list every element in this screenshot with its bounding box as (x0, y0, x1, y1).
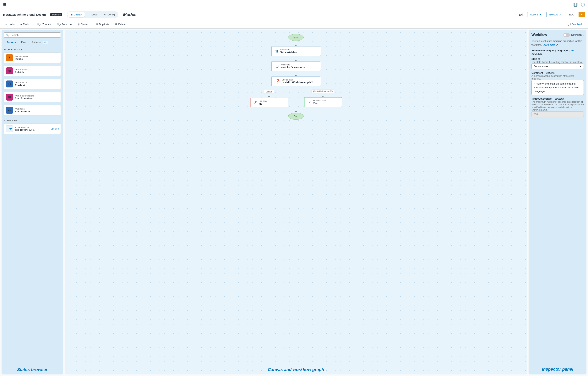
lambda-name-label: Invoke (15, 57, 28, 60)
zoom-out-button[interactable]: 🔍- Zoom out (55, 22, 75, 27)
redo-button[interactable]: ↪ Redo (18, 22, 31, 27)
states-browser-label: States browser (4, 365, 61, 372)
ecs-info: Amazon ECS RunTask (15, 81, 28, 87)
start-at-select[interactable]: Set variables ▼ (532, 64, 584, 69)
zoom-in-button[interactable]: 🔍+ Zoom in (34, 22, 54, 27)
modes-label: Modes (123, 12, 136, 17)
save-button[interactable]: Save (566, 12, 577, 17)
http-action-item[interactable]: →API HTTP Endpoint Call HTTPS APIs Updat… (4, 124, 61, 134)
ecs-name-label: RunTask (15, 84, 28, 87)
tab-flow[interactable]: Flow (19, 40, 29, 45)
wait-icon: ⏱ (275, 64, 279, 68)
timeout-desc: The maximum number of seconds an executi… (532, 101, 584, 111)
timeout-optional-label: – optional (553, 97, 564, 100)
sfn-service-label: AWS Step Functions (15, 95, 34, 97)
undo-button[interactable]: ↩ Undo (3, 22, 17, 27)
default-label: Default (264, 90, 274, 93)
wait-node-info: Wait state Wait for X seconds (281, 64, 305, 69)
modes-tabs: ⊞ Design {} Code ⚙ Config (67, 11, 118, 18)
http-info: HTTP Endpoint Call HTTPS APIs (15, 126, 34, 131)
succeed-node-info: Succeed state Yes (313, 99, 326, 105)
tab-code[interactable]: {} Code (85, 12, 101, 17)
sfn-info: AWS Step Functions StartExecution (15, 95, 34, 100)
timeout-input[interactable]: 600 (532, 111, 584, 117)
definition-toggle[interactable] (563, 33, 570, 37)
patterns-info-badge: Info (43, 41, 48, 44)
execute-button[interactable]: Execute ↗ (546, 12, 564, 17)
top-bar: ☰ ℹ️ 🕐 (0, 0, 588, 9)
glue-icon: ⊷ (6, 107, 13, 114)
query-info-icon[interactable]: | (569, 49, 569, 52)
chevron-right-icon[interactable]: › (583, 33, 584, 36)
main-layout: 🔍 Actions Flow Patterns Info MOST POPULA… (0, 29, 588, 376)
pass-icon: ⇅ (275, 49, 279, 54)
states-browser-panel: 🔍 Actions Flow Patterns Info MOST POPULA… (1, 30, 63, 375)
tab-design[interactable]: ⊞ Design (67, 12, 85, 17)
feedback-button[interactable]: 💬 Feedback (565, 22, 585, 27)
inspector-panel: Workflow Definition › The top level stat… (529, 30, 587, 375)
choice-state-node[interactable]: ❓ Choice state Is Hello World example? (271, 76, 321, 86)
fail-state-node[interactable]: ✗ Fail state No (250, 98, 288, 107)
http-icon: →API (6, 125, 13, 132)
canvas: Start ⇅ Pass state Set variables (65, 30, 527, 375)
header-actions: Exit Actions ▼ Execute ↗ Save ▼ (517, 12, 585, 17)
tab-actions[interactable]: Actions (4, 40, 19, 45)
sfn-name-label: StartExecution (15, 97, 34, 100)
search-icon: 🔍 (6, 33, 9, 36)
tab-config[interactable]: ⚙ Config (101, 12, 118, 17)
inspector-panel-label: Inspector panel (532, 363, 584, 372)
delete-button[interactable]: 🗑 Delete (113, 22, 128, 27)
glue-action-item[interactable]: ⊷ AWS Glue StartJobRun (4, 105, 61, 115)
definition-toggle-area: Definition › (563, 33, 584, 37)
center-button[interactable]: ◎ Center (75, 22, 91, 27)
wait-state-node[interactable]: ⏱ Wait state Wait for X seconds (271, 61, 321, 71)
info-link[interactable]: Info (571, 49, 575, 52)
panel-tabs: Actions Flow Patterns Info (4, 40, 61, 45)
lambda-action-item[interactable]: λ AWS Lambda Invoke (4, 53, 61, 63)
choice-icon: ❓ (275, 79, 280, 84)
exit-button[interactable]: Exit (517, 12, 526, 17)
query-language-value: JSONata (532, 52, 584, 55)
comment-textarea[interactable]: A Hello World example demonstrating vari… (532, 80, 584, 95)
canvas-content: Start ⇅ Pass state Set variables (65, 30, 527, 365)
http-name-label: Call HTTPS APIs (15, 129, 34, 131)
sfn-icon: ⊞ (6, 94, 13, 101)
ecs-action-item[interactable]: ⬡ Amazon ECS RunTask (4, 79, 61, 89)
glue-service-label: AWS Glue (15, 108, 30, 110)
ecs-service-label: Amazon ECS (15, 81, 28, 84)
timeout-field: TimeoutSeconds – optional The maximum nu… (532, 97, 584, 117)
right-panel-header: Workflow Definition › (532, 33, 584, 37)
fail-node-info: Fail state No (259, 100, 268, 105)
toolbar: ↩ Undo ↪ Redo 🔍+ Zoom in 🔍- Zoom out ◎ C… (0, 20, 588, 29)
select-chevron-icon: ▼ (579, 65, 582, 68)
workflow-title: Workflow (532, 33, 547, 37)
pass-node-info: Pass state Set variables (280, 48, 297, 54)
learn-more-link[interactable]: Learn more ↗ (543, 43, 558, 46)
sfn-action-item[interactable]: ⊞ AWS Step Functions StartExecution (4, 92, 61, 102)
duplicate-button[interactable]: ⧉ Duplicate (94, 22, 112, 27)
start-node[interactable]: Start (288, 34, 304, 41)
header-bar: MyStateMachine-Visual-Design Standard ⊞ … (0, 9, 588, 20)
hamburger-icon[interactable]: ☰ (3, 2, 6, 7)
glue-name-label: StartJobRun (15, 110, 30, 113)
tab-patterns[interactable]: Patterns Info (29, 40, 51, 45)
lambda-icon: λ (6, 54, 13, 61)
succeed-state-node[interactable]: ✓ Succeed state Yes (304, 97, 342, 107)
end-node[interactable]: End (288, 113, 304, 120)
standard-badge: Standard (50, 13, 62, 16)
top-bar-right: ℹ️ 🕐 (573, 2, 585, 7)
comment-optional-label: – optional (544, 71, 555, 74)
succeed-icon: ✓ (308, 100, 311, 104)
save-dropdown-button[interactable]: ▼ (578, 12, 585, 17)
glue-info: AWS Glue StartJobRun (15, 108, 30, 113)
definition-label: Definition (571, 33, 582, 36)
sns-service-label: Amazon SNS (15, 68, 28, 71)
history-icon[interactable]: 🕐 (581, 2, 585, 7)
search-box: 🔍 (4, 32, 61, 38)
search-input[interactable] (10, 33, 59, 36)
info-icon[interactable]: ℹ️ (573, 2, 578, 7)
sns-action-item[interactable]: ◎ Amazon SNS Publish (4, 66, 61, 76)
pass-state-node[interactable]: ⇅ Pass state Set variables (271, 46, 321, 56)
start-at-desc: The state that is the starting point of … (532, 61, 584, 64)
actions-button[interactable]: Actions ▼ (527, 12, 545, 17)
